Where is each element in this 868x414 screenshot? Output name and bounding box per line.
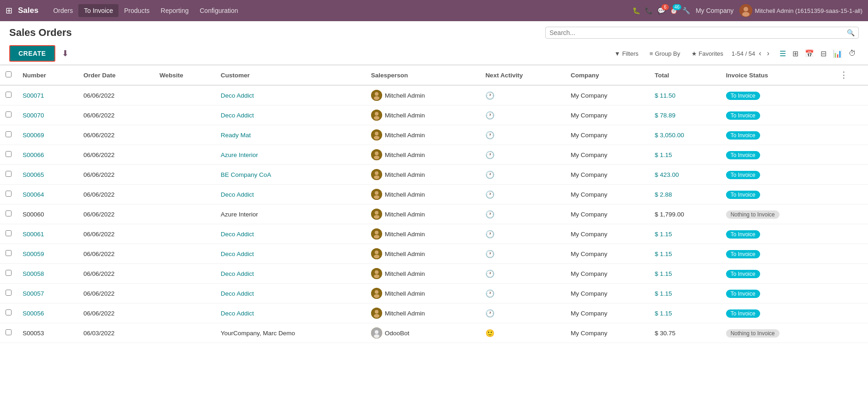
clock-icon[interactable]: ⏰ 46 (670, 7, 678, 14)
kanban-view-button[interactable]: ⊞ (790, 47, 801, 60)
next-activity-cell: 🕐 (480, 264, 565, 284)
activity-clock-icon[interactable]: 🕐 (485, 151, 495, 159)
row-checkbox[interactable] (6, 131, 12, 137)
customer-link[interactable]: Deco Addict (221, 92, 254, 99)
order-number-link[interactable]: S00065 (23, 171, 44, 178)
nav-item-configuration[interactable]: Configuration (194, 4, 243, 17)
calendar-view-button[interactable]: 📅 (802, 47, 817, 60)
row-checkbox[interactable] (6, 329, 12, 335)
order-number-link[interactable]: S00061 (23, 231, 44, 238)
col-more[interactable]: ⋮ (834, 65, 868, 86)
activity-clock-icon[interactable]: 🕐 (485, 309, 495, 317)
col-next-activity[interactable]: Next Activity (480, 65, 565, 86)
customer-link[interactable]: Azure Interior (221, 152, 258, 158)
row-more-cell (834, 145, 868, 165)
order-number-link[interactable]: S00056 (23, 310, 44, 317)
order-number-link[interactable]: S00064 (23, 191, 44, 198)
next-activity-cell: 🕐 (480, 185, 565, 204)
col-company[interactable]: Company (565, 65, 649, 86)
favorites-label: Favorites (699, 50, 723, 57)
order-number-link[interactable]: S00066 (23, 152, 44, 158)
salesperson-avatar (371, 110, 382, 121)
activity-clock-icon[interactable]: 🕐 (485, 111, 495, 119)
activity-clock-icon[interactable]: 🕐 (485, 131, 495, 139)
order-number-link[interactable]: S00058 (23, 270, 44, 277)
activity-view-button[interactable]: ⏱ (846, 47, 859, 60)
row-checkbox[interactable] (6, 171, 12, 177)
activity-clock-icon[interactable]: 🕐 (485, 250, 495, 258)
row-checkbox[interactable] (6, 111, 12, 117)
next-page-button[interactable]: › (765, 48, 771, 58)
search-input[interactable] (549, 29, 847, 36)
order-number-text: S00053 (23, 330, 44, 337)
col-invoice-status[interactable]: Invoice Status (720, 65, 834, 86)
activity-clock-icon[interactable]: 🕐 (485, 290, 495, 297)
col-salesperson[interactable]: Salesperson (366, 65, 480, 86)
order-number-link[interactable]: S00059 (23, 251, 44, 257)
row-checkbox[interactable] (6, 230, 12, 236)
customer-link[interactable]: Deco Addict (221, 270, 254, 277)
user-menu[interactable]: Mitchell Admin (16151359-saas-15-1-all) (739, 4, 862, 17)
col-order-date[interactable]: Order Date (78, 65, 154, 86)
row-checkbox[interactable] (6, 92, 12, 98)
svg-point-28 (375, 251, 378, 254)
svg-point-10 (375, 132, 378, 135)
nav-item-products[interactable]: Products (118, 4, 155, 17)
activity-clock-icon[interactable]: 🕐 (485, 191, 495, 198)
next-activity-cell: 🕐 (480, 85, 565, 105)
download-icon[interactable]: ⬇ (59, 47, 71, 60)
row-checkbox[interactable] (6, 191, 12, 197)
row-more-cell (834, 303, 868, 323)
activity-clock-icon[interactable]: 🕐 (485, 171, 495, 179)
chat-icon[interactable]: 💬 6 (657, 7, 665, 14)
phone-icon[interactable]: 📞 (645, 7, 653, 14)
graph-view-button[interactable]: 📊 (830, 47, 845, 60)
customer-link[interactable]: Deco Addict (221, 290, 254, 297)
customer-link[interactable]: Deco Addict (221, 112, 254, 119)
customer-link[interactable]: Deco Addict (221, 191, 254, 198)
col-website[interactable]: Website (154, 65, 215, 86)
order-number-link[interactable]: S00057 (23, 290, 44, 297)
total-cell: $ 1,799.00 (649, 204, 720, 224)
activity-clock-icon[interactable]: 🕐 (485, 230, 495, 238)
order-number-link[interactable]: S00071 (23, 92, 44, 99)
customer-link[interactable]: Deco Addict (221, 310, 254, 317)
create-button[interactable]: CREATE (9, 45, 55, 62)
activity-clock-icon[interactable]: 🕐 (485, 210, 495, 218)
order-number-link[interactable]: S00069 (23, 132, 44, 139)
row-checkbox[interactable] (6, 151, 12, 157)
col-total[interactable]: Total (649, 65, 720, 86)
order-date-cell: 06/06/2022 (78, 125, 154, 145)
company-cell: My Company (565, 204, 649, 224)
salesperson-avatar (371, 129, 382, 140)
col-customer[interactable]: Customer (215, 65, 366, 86)
row-checkbox[interactable] (6, 210, 12, 216)
prev-page-button[interactable]: ‹ (757, 48, 763, 58)
row-checkbox[interactable] (6, 250, 12, 256)
row-checkbox[interactable] (6, 290, 12, 296)
activity-clock-icon[interactable]: 🕐 (485, 270, 495, 278)
nav-item-reporting[interactable]: Reporting (155, 4, 195, 17)
nav-item-to-invoice[interactable]: To Invoice (78, 4, 118, 17)
group-by-button[interactable]: ≡ Group By (647, 48, 683, 59)
favorites-button[interactable]: ★ Favorites (689, 48, 726, 59)
activity-clock-icon[interactable]: 🙂 (485, 329, 495, 337)
row-checkbox[interactable] (6, 270, 12, 276)
customer-link[interactable]: Deco Addict (221, 231, 254, 238)
wrench-icon[interactable]: 🔧 (682, 7, 690, 14)
filters-button[interactable]: ▼ Filters (612, 48, 641, 59)
row-checkbox[interactable] (6, 309, 12, 315)
customer-link[interactable]: BE Company CoA (221, 171, 272, 178)
list-view-button[interactable]: ☰ (777, 47, 789, 60)
nav-item-orders[interactable]: Orders (47, 4, 78, 17)
pivot-view-button[interactable]: ⊟ (818, 47, 829, 60)
customer-link[interactable]: Deco Addict (221, 251, 254, 257)
order-number-link[interactable]: S00070 (23, 112, 44, 119)
select-all-checkbox[interactable] (6, 71, 12, 77)
activity-clock-icon[interactable]: 🕐 (485, 92, 495, 99)
bug-icon[interactable]: 🐛 (632, 7, 640, 14)
customer-link[interactable]: Ready Mat (221, 132, 251, 139)
col-number[interactable]: Number (17, 65, 78, 86)
app-grid-icon[interactable]: ⊞ (6, 6, 12, 16)
company-name-text: My Company (571, 112, 608, 119)
